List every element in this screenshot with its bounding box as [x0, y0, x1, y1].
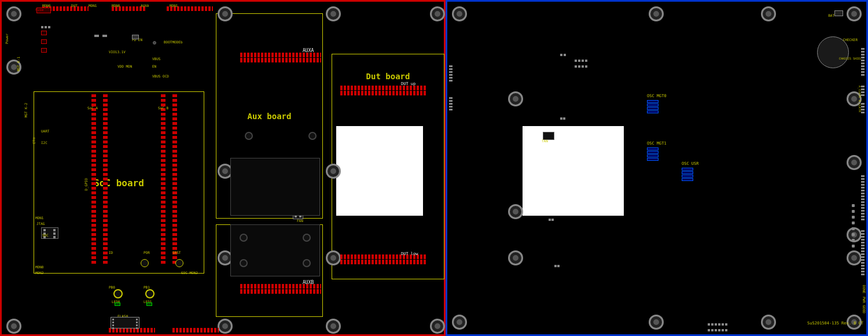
mount-hole-bot-mid1	[218, 319, 233, 334]
mon2-left-bot-label: MON2	[35, 271, 43, 275]
auxa-connector-2	[240, 58, 321, 62]
right-mount-mid-1	[508, 91, 523, 106]
vdd-mon-label: VDD MON	[117, 64, 132, 68]
eth-label: ETH	[32, 138, 36, 144]
mon1-top-label: MON1	[89, 3, 97, 8]
power-label: Power	[5, 34, 9, 44]
right-edge-connector-5	[861, 230, 865, 276]
red-comp-1	[41, 31, 47, 35]
led0-comp	[115, 302, 120, 306]
ic-circle-1	[153, 41, 156, 45]
mount-hole-mid-r2	[326, 250, 341, 265]
left-edge-connector-right-1	[449, 65, 453, 83]
soc-b-label: SoC B	[158, 106, 168, 110]
mon0-top-label: MON0	[42, 3, 50, 8]
dut-chip-area	[336, 126, 423, 216]
auxa-top-label: AUXA	[141, 3, 149, 8]
soc-mon2-label: SOC MON2	[181, 271, 198, 275]
aux-circle-2	[308, 132, 317, 140]
right-pads-group-2	[554, 265, 560, 267]
right-smd-7	[852, 239, 855, 242]
mon0-left-bot-label: MON0	[35, 265, 43, 269]
right-mount-bot-1	[649, 315, 664, 330]
i2c-label: I2C	[41, 141, 47, 145]
right-smd-1	[852, 204, 855, 207]
chassis-shield-label: CHASSIS SHIELD	[839, 57, 863, 60]
osc-mgt1-group: OSC MGT1	[647, 138, 667, 161]
right-smd-2	[852, 210, 855, 213]
mount-hole-bot-mid2	[326, 319, 341, 334]
led1-comp	[146, 302, 152, 306]
uart-label: UART	[41, 129, 49, 133]
pb1-button	[145, 289, 155, 298]
right-smd-6	[852, 233, 855, 236]
vbus-label: VBUS	[152, 57, 160, 61]
auxa-connector	[240, 53, 321, 57]
aux-board-top-label: Aux board	[248, 112, 292, 121]
soc-b-connector-2	[172, 94, 177, 265]
right-smd-4	[852, 221, 855, 224]
right-mount-top-2	[761, 6, 776, 21]
right-mount-bl	[452, 315, 467, 330]
d-gpio-label: D_GPIO	[84, 178, 88, 191]
right-mount-mid-2	[508, 204, 523, 219]
right-chip-area-1	[523, 126, 624, 216]
osc-usr-group: OSC USR	[682, 158, 699, 181]
mon1-top-label2: MON1	[170, 3, 178, 8]
bat-comp	[834, 10, 843, 16]
vbus-en-label: EN	[152, 64, 156, 68]
right-edge-label-2: B_CLKTR	[858, 100, 862, 112]
mount-hole-tr	[430, 6, 445, 21]
right-mount-right-4	[847, 250, 862, 265]
dut-up-connector	[340, 86, 427, 90]
dut-board-label: Dut board	[366, 72, 410, 81]
osc-usr-label: OSC USR	[682, 161, 699, 166]
fan-label: FAN	[297, 219, 303, 223]
soc-a-label: SoC A	[87, 106, 98, 110]
mount-hole-br	[430, 319, 445, 334]
mon1-left-label: MON1	[35, 216, 43, 220]
soc-board-label: SoC board	[94, 177, 144, 188]
ic-small-2	[102, 35, 107, 37]
dut-up-connector-2	[340, 91, 427, 95]
soc-b-connector	[161, 94, 165, 265]
id-label: ID	[109, 250, 113, 254]
por-circle	[141, 259, 149, 267]
right-mid-pads	[560, 117, 565, 120]
fuse-label: Fuse	[35, 8, 43, 12]
revision-text: SuS201504-135 Rev. B CT	[807, 321, 863, 326]
bootmoded-label: BOOTMODEb	[164, 40, 183, 44]
mount-hole-top-mid2	[326, 6, 341, 21]
right-top-pads-2	[575, 60, 587, 62]
checker-label: CHECKER	[843, 38, 858, 42]
pb1-label: PB1	[144, 285, 150, 289]
vbus-ocd-label: VBUS OCD	[152, 74, 169, 78]
right-edge-label-1: A_CLKTR	[858, 86, 862, 98]
aux-inner-box	[230, 158, 320, 216]
mount-hole-mid-r1	[326, 164, 341, 179]
osc-mgt1-label: OSC MGT1	[647, 141, 667, 146]
auxb-right-label: AUXB	[303, 280, 314, 285]
pcb-container: SoC board Aux board Aux board Dut board	[0, 0, 868, 336]
auxa-right-label: AUXA	[303, 48, 314, 53]
done-label: DONE	[862, 285, 866, 293]
dut-low-label: DUT low	[401, 252, 418, 256]
dut-up-label: DUT up	[401, 82, 415, 86]
right-smd-8	[852, 245, 855, 248]
top-pads-group	[41, 26, 50, 28]
bottom-pads-right-2	[708, 323, 727, 326]
right-mount-right-2	[847, 155, 862, 170]
pb0-label: PB0	[109, 285, 115, 289]
right-smd-3	[852, 216, 855, 219]
right-top-pads-3	[575, 65, 587, 68]
srst-label: SRST	[172, 250, 181, 254]
mount-hole-tl	[6, 6, 21, 21]
right-mount-bot-2	[761, 315, 776, 330]
ic-small-1	[94, 35, 99, 37]
right-board: BAT CHECKER CHASSIS SHIELD OSC MGT0 OSC …	[446, 0, 868, 336]
right-pads-group-1	[549, 219, 554, 221]
bottom-connector-2	[172, 328, 219, 333]
left-board: SoC board Aux board Aux board Dut board	[0, 0, 446, 336]
jtag-label: JTAG	[36, 221, 45, 226]
bat-label: BAT	[828, 13, 834, 17]
